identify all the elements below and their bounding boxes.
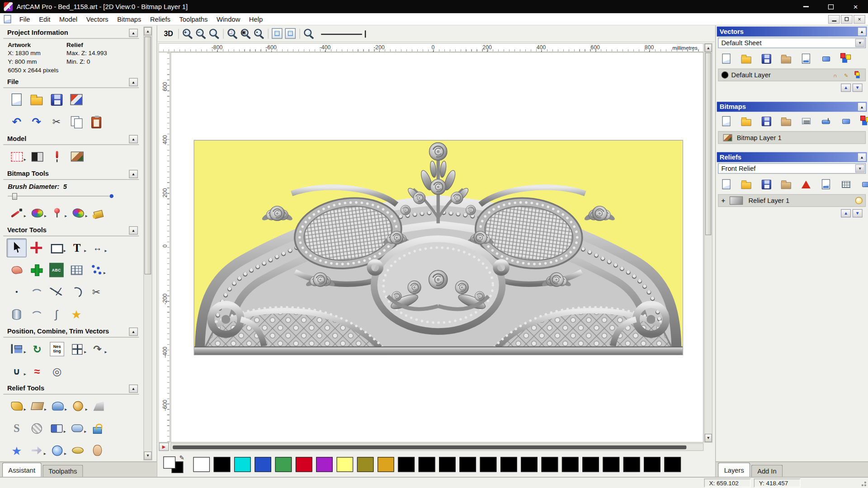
palette-colour-1[interactable] [214,457,231,472]
menu-toolpaths[interactable]: Toolpaths [175,14,212,24]
redo-icon[interactable]: ↷ [27,113,47,131]
palette-colour-8[interactable] [357,457,374,472]
bitmap-layer-row[interactable]: Bitmap Layer 1 [718,131,866,144]
create-rectangle-icon[interactable] [47,239,66,258]
paint-bitmap-icon[interactable] [818,114,835,128]
join-vectors-icon[interactable]: ∪ [7,362,27,381]
palette-colour-13[interactable] [459,457,476,472]
chevron-down-icon[interactable]: ▼ [855,164,865,173]
chevron-down-icon[interactable]: ▼ [855,39,865,47]
tab-add-in[interactable]: Add In [751,465,783,477]
toggle-layer-snap-icon[interactable]: ∩ [830,70,840,80]
zoom-window-button[interactable]: □ [226,27,239,40]
sheet-select[interactable]: Default Sheet ▼ [718,38,866,48]
create-star-icon[interactable]: ★ [66,305,86,324]
document-icon[interactable] [4,15,11,23]
slider-handle[interactable] [12,193,17,200]
scroll-thumb[interactable] [145,37,151,275]
zoom-extents-button[interactable]: ▣ [239,27,252,40]
palette-colour-12[interactable] [439,457,456,472]
palette-colour-9[interactable] [377,457,394,472]
node-editing-icon[interactable] [27,261,47,280]
open-bitmap-layer-icon[interactable] [738,114,755,128]
mdi-close-button[interactable]: × [854,14,865,23]
offset-vectors-icon[interactable] [7,261,27,280]
vertical-scrollbar[interactable]: ▲ ▼ [704,43,712,443]
set-model-size-icon[interactable] [7,147,27,166]
align-vectors-icon[interactable] [7,340,27,359]
paste-in-grid-icon[interactable] [66,261,86,280]
scroll-down-button[interactable]: ▼ [144,451,151,460]
save-vector-layer-icon[interactable] [758,52,774,66]
menu-edit[interactable]: Edit [34,14,55,24]
relief-wizard-icon[interactable] [797,177,814,192]
block-copy-icon[interactable] [67,340,87,359]
palette-colour-7[interactable] [336,457,353,472]
export-vectors-icon[interactable] [797,52,814,66]
turn-relief-icon[interactable] [67,441,87,460]
primary-colour[interactable] [163,456,175,469]
2d-view-canvas[interactable] [170,52,703,442]
paint-icon[interactable] [7,204,27,223]
palette-colour-16[interactable] [521,457,538,472]
vector-layer-row[interactable]: Default Layer ∩✎ [718,69,866,81]
create-flourish-icon[interactable]: ∫ [47,305,66,324]
palette-colour-2[interactable] [234,457,251,472]
scale-relief-icon[interactable] [89,397,108,416]
collapse-section-button[interactable]: ▲ [129,328,138,336]
copy-icon[interactable] [66,113,86,131]
undo-icon[interactable]: ↶ [7,113,27,131]
flood-fill-icon[interactable] [68,204,88,223]
rotate-vectors-icon[interactable]: ↻ [27,340,47,359]
create-spiral-icon[interactable]: ◎ [47,362,67,381]
scroll-up-button[interactable]: ▲ [705,44,712,52]
create-cylinder-icon[interactable] [7,305,27,324]
collapse-section-button[interactable]: ▲ [129,385,138,393]
palette-colour-22[interactable] [644,457,660,472]
new-model-icon[interactable] [7,90,27,109]
scroll-up-button[interactable]: ▲ [144,27,151,35]
toggle-snap-grid-button[interactable] [270,27,283,40]
relief-layer-row[interactable]: + Relief Layer 1 [718,194,866,207]
palette-colour-3[interactable] [255,457,271,472]
menu-vectors[interactable]: Vectors [82,14,113,24]
collapse-section-button[interactable]: ▲ [129,78,138,86]
minimize-button[interactable] [793,0,818,13]
palette-colour-11[interactable] [419,457,435,472]
palette-colour-23[interactable] [664,457,681,472]
layer-visibility-icon[interactable] [855,197,863,204]
import-export-model-icon[interactable] [66,90,86,109]
import-relief-icon[interactable] [778,177,794,192]
scroll-thumb[interactable] [173,446,686,450]
collapse-section-button[interactable]: ▲ [858,153,866,161]
load-reference-image-icon[interactable] [67,147,87,166]
shape-editor-icon[interactable] [7,397,27,416]
zoom-selected-button[interactable]: • [252,27,265,40]
texture-relief-icon[interactable] [27,419,47,438]
palette-colour-14[interactable] [480,457,497,472]
close-button[interactable]: × [843,0,868,13]
relief-select[interactable]: Front Relief ▼ [718,163,866,174]
palette-colour-21[interactable] [623,457,640,472]
sculpt-relief-icon[interactable] [68,397,88,416]
move-layer-up-button[interactable]: ▲ [841,209,851,217]
save-model-icon[interactable] [47,90,66,109]
trim-vectors-icon[interactable]: ✂ [86,283,106,302]
wrap-relief-icon[interactable] [88,419,108,438]
delete-relief-layer-icon[interactable] [858,177,868,192]
measure-icon[interactable]: ↔ [88,239,108,258]
create-dot-icon[interactable]: • [7,283,27,302]
collapse-section-button[interactable]: ▲ [129,135,138,143]
panel-scrollbar[interactable]: ▲ ▼ [143,27,152,460]
nesting-icon[interactable]: Nes ting [47,340,67,359]
brush-diameter-slider[interactable] [8,192,134,201]
tab-assistant[interactable]: Assistant [2,463,42,477]
collapse-section-button[interactable]: ▲ [129,29,138,37]
tab-layers[interactable]: Layers [718,463,750,477]
weld-vectors-icon[interactable]: ≈ [27,362,47,381]
adjust-bitmap-icon[interactable] [797,114,814,128]
tab-toolpaths[interactable]: Toolpaths [42,465,83,477]
relief-grid-icon[interactable] [838,177,854,192]
export-relief-icon[interactable] [818,177,835,192]
offset-relief-icon[interactable] [47,419,66,438]
